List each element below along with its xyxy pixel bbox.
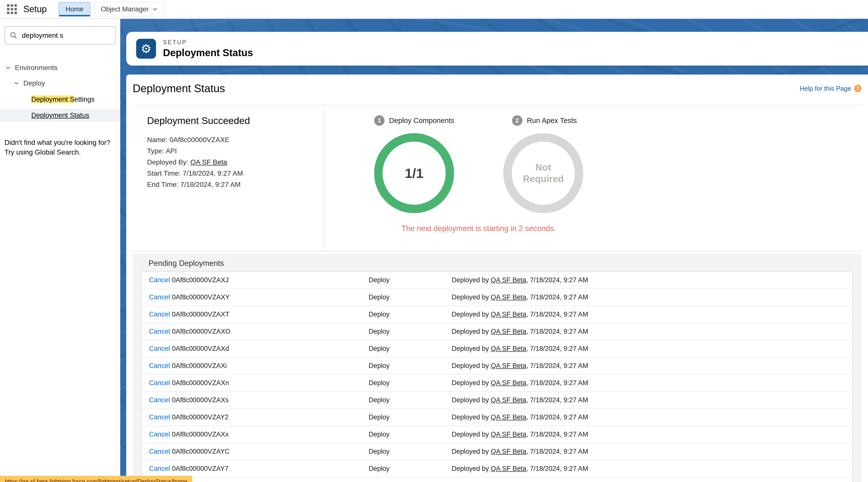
apex-tests-status: NotRequired	[523, 162, 564, 185]
cancel-cell: Cancel	[142, 310, 172, 318]
pending-deployment-row: Cancel 0Af8c00000VZAXn Deploy Deployed b…	[142, 375, 852, 392]
deployment-type: Deploy	[369, 362, 452, 370]
topbar: Setup Home Object Manager	[0, 0, 868, 19]
deployed-by-link[interactable]: QA SF Beta	[491, 465, 526, 472]
deployed-by-link[interactable]: QA SF Beta	[491, 448, 526, 455]
page-title: Deployment Status	[133, 82, 225, 95]
pending-deployment-row: Cancel 0Af8c00000VZAXx Deploy Deployed b…	[142, 426, 852, 443]
cancel-link[interactable]: Cancel	[149, 430, 170, 438]
cancel-cell: Cancel	[142, 396, 172, 404]
setup-page-header: ⚙ SETUP Deployment Status	[126, 32, 868, 66]
step-2-badge: 2	[512, 115, 522, 126]
components-progress-ring: 1/1	[374, 133, 454, 213]
cancel-cell: Cancel	[142, 430, 172, 438]
step-1-label: Deploy Components	[389, 117, 454, 125]
cancel-cell: Cancel	[142, 294, 172, 301]
help-for-this-page-link[interactable]: Help for this Page	[800, 85, 851, 92]
cancel-link[interactable]: Cancel	[149, 310, 170, 318]
cancel-cell: Cancel	[142, 414, 172, 421]
deployment-result-title: Deployment Succeeded	[147, 115, 324, 126]
deployed-by-cell: Deployed by QA SF Beta, 7/18/2024, 9:27 …	[452, 328, 852, 335]
cancel-link[interactable]: Cancel	[149, 465, 170, 472]
deployed-by-cell: Deployed by QA SF Beta, 7/18/2024, 9:27 …	[452, 294, 852, 301]
link-status-tooltip: https://qa-sf-beta.lightning.force.com/l…	[0, 476, 192, 482]
pending-deployment-row: Cancel 0Af8c00000VZAY Deploy Deployed by…	[142, 478, 852, 482]
tab-object-manager[interactable]: Object Manager	[94, 2, 165, 17]
cancel-cell: Cancel	[142, 362, 172, 370]
pending-table: Cancel 0Af8c00000VZAXJ Deploy Deployed b…	[142, 271, 852, 482]
pending-deployment-row: Cancel 0Af8c00000VZAY2 Deploy Deployed b…	[142, 409, 852, 426]
setup-sidebar: Environments Deploy Deployment Settings …	[0, 19, 120, 482]
deployed-by-cell: Deployed by QA SF Beta, 7/18/2024, 9:27 …	[452, 345, 852, 353]
deployed-by-cell: Deployed by QA SF Beta, 7/18/2024, 9:27 …	[452, 310, 852, 318]
step-2-label: Run Apex Tests	[527, 117, 577, 125]
deployment-id: 0Af8c00000VZAXJ	[172, 276, 369, 284]
deployed-by-link[interactable]: QA SF Beta	[491, 310, 526, 318]
tab-home[interactable]: Home	[59, 2, 90, 17]
pending-deployment-row: Cancel 0Af8c00000VZAXT Deploy Deployed b…	[142, 306, 852, 323]
deployed-by-link[interactable]: QA SF Beta	[491, 430, 526, 438]
sidebar-not-found-hint: Didn't find what you're looking for? Try…	[4, 138, 115, 157]
content-sheet: Deployment Status Help for this Page ? D…	[126, 74, 868, 482]
cancel-link[interactable]: Cancel	[149, 276, 170, 284]
sidebar-search	[4, 26, 116, 45]
cancel-link[interactable]: Cancel	[149, 328, 170, 335]
deployed-by-link[interactable]: QA SF Beta	[491, 362, 526, 369]
sidebar-item-environments[interactable]: Environments	[0, 64, 120, 72]
cancel-link[interactable]: Cancel	[149, 294, 170, 301]
deployment-end-time: End Time: 7/18/2024, 9:27 AM	[147, 179, 324, 190]
deployment-id: 0Af8c00000VZAXs	[172, 396, 369, 404]
deployment-id: 0Af8c00000VZAY2	[172, 414, 369, 421]
cancel-link[interactable]: Cancel	[149, 448, 170, 455]
deployed-by-cell: Deployed by QA SF Beta, 7/18/2024, 9:27 …	[452, 430, 852, 438]
help-icon[interactable]: ?	[854, 85, 862, 92]
help-area: Help for this Page ?	[800, 85, 862, 92]
deployed-by-link[interactable]: QA SF Beta	[491, 294, 526, 301]
sidebar-item-deployment-status[interactable]: Deployment Status	[0, 109, 120, 122]
setup-eyebrow: SETUP	[163, 39, 253, 46]
cancel-link[interactable]: Cancel	[149, 379, 170, 387]
deployed-by-user-link[interactable]: QA SF Beta	[190, 158, 227, 166]
main-content-area: ⚙ SETUP Deployment Status Deployment Sta…	[120, 19, 868, 482]
chevron-down-icon	[5, 65, 11, 71]
deployment-id: 0Af8c00000VZAXd	[172, 345, 369, 353]
search-highlight: Deployment S	[31, 95, 74, 103]
deployment-type: Deploy	[369, 430, 452, 438]
deployed-by-link[interactable]: QA SF Beta	[491, 414, 526, 421]
deployed-by-cell: Deployed by QA SF Beta, 7/18/2024, 9:27 …	[452, 379, 852, 387]
cancel-cell: Cancel	[142, 276, 172, 284]
deployment-id: 0Af8c00000VZAXn	[172, 379, 369, 387]
cancel-cell: Cancel	[142, 448, 172, 455]
progress-steps: 1 Deploy Components 2 Run Apex Tests	[374, 115, 862, 126]
setup-page-title: Deployment Status	[163, 47, 253, 58]
sidebar-item-deploy[interactable]: Deploy	[0, 79, 120, 87]
cancel-cell: Cancel	[142, 379, 172, 387]
deployment-id: 0Af8c00000VZAXO	[172, 328, 369, 335]
deployment-progress: 1 Deploy Components 2 Run Apex Tests 1/1	[324, 106, 862, 251]
deployed-by-link[interactable]: QA SF Beta	[491, 345, 526, 352]
sidebar-item-deployment-status-label: Deployment Status	[31, 111, 89, 119]
pending-deployment-row: Cancel 0Af8c00000VZAYC Deploy Deployed b…	[142, 443, 852, 460]
deployed-by-cell: Deployed by QA SF Beta, 7/18/2024, 9:27 …	[452, 414, 852, 421]
deployment-type: Deploy	[369, 276, 452, 284]
app-launcher-icon[interactable]	[7, 4, 17, 14]
pending-deployment-row: Cancel 0Af8c00000VZAXs Deploy Deployed b…	[142, 392, 852, 409]
deployed-by-link[interactable]: QA SF Beta	[491, 379, 526, 387]
pending-deployment-row: Cancel 0Af8c00000VZAXi Deploy Deployed b…	[142, 358, 852, 375]
sidebar-item-deployment-settings[interactable]: Deployment Settings	[0, 95, 120, 104]
cancel-link[interactable]: Cancel	[149, 345, 170, 352]
deployed-by-link[interactable]: QA SF Beta	[491, 396, 526, 404]
cancel-link[interactable]: Cancel	[149, 396, 170, 404]
app-body: Environments Deploy Deployment Settings …	[0, 19, 868, 482]
deployed-by-link[interactable]: QA SF Beta	[491, 328, 526, 335]
app-title: Setup	[23, 4, 47, 14]
deployment-id: 0Af8c00000VZAY7	[172, 465, 369, 473]
chevron-down-icon	[13, 80, 20, 86]
pending-deployment-row: Cancel 0Af8c00000VZAXJ Deploy Deployed b…	[142, 272, 852, 289]
setup-search-input[interactable]	[4, 26, 116, 45]
deployment-type: Deploy	[369, 448, 452, 455]
cancel-link[interactable]: Cancel	[149, 414, 170, 421]
cancel-link[interactable]: Cancel	[149, 362, 170, 369]
step-run-apex-tests: 2 Run Apex Tests	[512, 115, 577, 126]
deployed-by-link[interactable]: QA SF Beta	[491, 276, 526, 284]
